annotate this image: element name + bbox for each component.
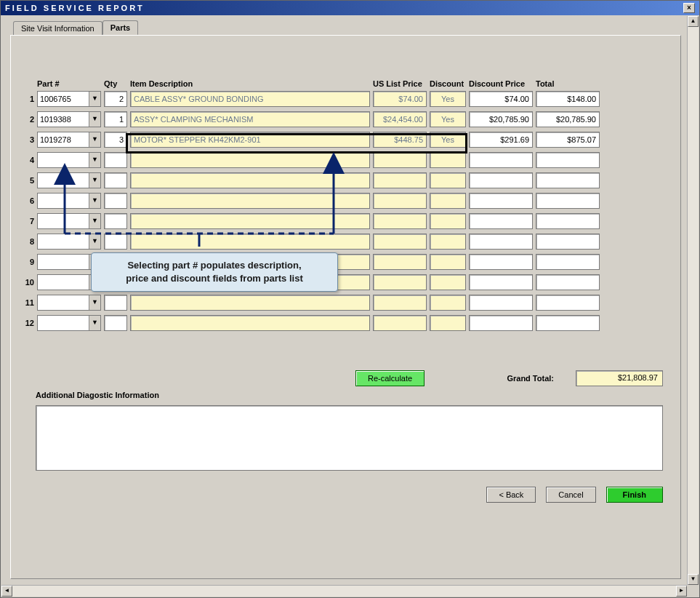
total-cell <box>536 172 600 188</box>
tab-strip: Site Visit Information Parts <box>13 20 138 34</box>
part-combo[interactable]: ▼ <box>37 152 101 168</box>
chevron-down-icon[interactable]: ▼ <box>89 92 100 106</box>
part-combo[interactable]: ▼ <box>37 193 101 209</box>
part-input[interactable] <box>38 112 89 127</box>
part-input[interactable] <box>38 214 89 228</box>
qty-input[interactable]: 2 <box>104 91 127 107</box>
chevron-down-icon[interactable]: ▼ <box>89 194 100 208</box>
chevron-down-icon[interactable]: ▼ <box>89 316 100 330</box>
scrollbar-horizontal[interactable]: ◄ ► <box>1 585 687 597</box>
chevron-down-icon[interactable]: ▼ <box>89 234 100 249</box>
chevron-down-icon[interactable]: ▼ <box>89 112 100 127</box>
qty-input[interactable] <box>104 295 127 311</box>
grand-total-label: Grand Total: <box>507 374 554 383</box>
part-combo[interactable]: ▼ <box>37 172 101 188</box>
total-cell <box>536 234 600 250</box>
qty-input[interactable] <box>104 213 127 229</box>
discount-price-input[interactable] <box>469 193 533 209</box>
tab-site-visit[interactable]: Site Visit Information <box>13 21 102 35</box>
total-cell: $20,785.90 <box>536 111 600 127</box>
chevron-down-icon[interactable]: ▼ <box>89 255 100 269</box>
part-combo[interactable]: ▼ <box>37 234 101 250</box>
price-cell <box>373 213 427 229</box>
table-row: 7▼ <box>21 213 670 229</box>
part-input[interactable] <box>38 153 89 167</box>
discount-cell <box>430 315 466 331</box>
qty-input[interactable] <box>104 152 127 168</box>
description-cell <box>130 315 370 331</box>
cancel-button[interactable]: Cancel <box>546 487 595 503</box>
row-number: 7 <box>21 217 34 226</box>
part-input[interactable] <box>38 194 89 208</box>
price-cell <box>373 172 427 188</box>
description-cell <box>130 254 370 270</box>
description-cell <box>130 234 370 250</box>
discount-price-input[interactable] <box>469 172 533 188</box>
qty-input[interactable]: 1 <box>104 111 127 127</box>
recalculate-button[interactable]: Re-calculate <box>355 370 425 386</box>
chevron-down-icon[interactable]: ▼ <box>89 132 100 147</box>
part-input[interactable] <box>38 92 89 106</box>
discount-price-input[interactable] <box>469 234 533 250</box>
qty-input[interactable] <box>104 315 127 331</box>
qty-input[interactable] <box>104 193 127 209</box>
discount-price-input[interactable]: $291.69 <box>469 132 533 148</box>
part-input[interactable] <box>38 316 89 330</box>
scroll-up-icon[interactable]: ▲ <box>688 16 699 27</box>
discount-price-input[interactable] <box>469 274 533 290</box>
part-input[interactable] <box>38 295 89 310</box>
qty-input[interactable] <box>104 234 127 250</box>
back-button[interactable]: < Back <box>486 487 536 503</box>
finish-button[interactable]: Finish <box>606 487 663 503</box>
lower-section: Re-calculate Grand Total: $21,808.97 Add… <box>36 370 663 503</box>
part-combo[interactable]: ▼ <box>37 132 101 148</box>
part-input[interactable] <box>38 275 89 290</box>
part-combo[interactable]: ▼ <box>37 274 101 290</box>
row-number: 9 <box>21 258 34 266</box>
discount-price-input[interactable]: $20,785.90 <box>469 111 533 127</box>
header-price: US List Price <box>373 79 427 88</box>
discount-price-input[interactable] <box>469 254 533 270</box>
scroll-left-icon[interactable]: ◄ <box>1 586 12 597</box>
part-combo[interactable]: ▼ <box>37 295 101 311</box>
part-input[interactable] <box>38 255 89 269</box>
header-desc: Item Description <box>130 79 370 88</box>
close-icon[interactable]: × <box>683 3 695 13</box>
discount-cell <box>430 172 466 188</box>
discount-price-input[interactable] <box>469 315 533 331</box>
total-cell <box>536 315 600 331</box>
part-combo[interactable]: ▼ <box>37 213 101 229</box>
chevron-down-icon[interactable]: ▼ <box>89 275 100 290</box>
part-input[interactable] <box>38 132 89 147</box>
discount-price-input[interactable] <box>469 295 533 311</box>
price-cell <box>373 295 427 311</box>
scrollbar-vertical[interactable]: ▲ ▼ <box>687 16 699 585</box>
discount-price-input[interactable]: $74.00 <box>469 91 533 107</box>
part-input[interactable] <box>38 234 89 249</box>
discount-cell <box>430 274 466 290</box>
qty-input[interactable] <box>104 274 127 290</box>
tab-parts[interactable]: Parts <box>102 20 139 35</box>
discount-price-input[interactable] <box>469 152 533 168</box>
qty-input[interactable] <box>104 254 127 270</box>
scroll-down-icon[interactable]: ▼ <box>688 574 699 585</box>
part-combo[interactable]: ▼ <box>37 111 101 127</box>
part-input[interactable] <box>38 173 89 188</box>
part-combo[interactable]: ▼ <box>37 254 101 270</box>
chevron-down-icon[interactable]: ▼ <box>89 173 100 188</box>
row-number: 10 <box>21 278 34 287</box>
part-combo[interactable]: ▼ <box>37 91 101 107</box>
row-number: 1 <box>21 95 34 103</box>
chevron-down-icon[interactable]: ▼ <box>89 295 100 310</box>
total-cell <box>536 295 600 311</box>
diagnostic-textarea[interactable] <box>36 405 663 471</box>
chevron-down-icon[interactable]: ▼ <box>89 153 100 167</box>
discount-price-input[interactable] <box>469 213 533 229</box>
chevron-down-icon[interactable]: ▼ <box>89 214 100 228</box>
part-combo[interactable]: ▼ <box>37 315 101 331</box>
total-cell <box>536 193 600 209</box>
qty-input[interactable]: 3 <box>104 132 127 148</box>
grand-total-value: $21,808.97 <box>576 370 663 386</box>
scroll-right-icon[interactable]: ► <box>676 586 687 597</box>
qty-input[interactable] <box>104 172 127 188</box>
